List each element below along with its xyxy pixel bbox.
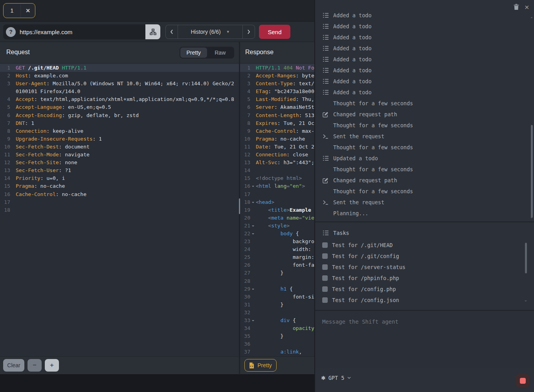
tab-pretty[interactable]: Pretty	[180, 48, 207, 58]
log-scrollbar[interactable]	[531, 125, 533, 218]
log-item-text: Added a todo	[333, 45, 372, 51]
proxy-settings-button[interactable]	[145, 24, 160, 39]
request-title: Request	[6, 49, 30, 56]
tasks-scrollbar[interactable]	[525, 243, 527, 273]
task-item[interactable]: Test for /phpinfo.php	[315, 273, 527, 284]
checklist-icon	[322, 156, 329, 161]
zoom-in-button[interactable]: +	[45, 359, 59, 372]
log-item-text: Added a todo	[333, 56, 372, 62]
log-item[interactable]: Changed request path	[315, 109, 529, 120]
log-item[interactable]: Added a todo	[315, 43, 529, 54]
terminal-icon	[322, 200, 329, 205]
fold-caret-icon[interactable]	[250, 285, 255, 293]
task-item[interactable]: Test for /config.json	[315, 295, 527, 306]
request-editor[interactable]: 1GET /.git/HEAD HTTP/1.12Host: example.c…	[0, 63, 239, 356]
log-item[interactable]: Changed request path	[315, 175, 529, 186]
fold-caret-icon[interactable]	[250, 198, 255, 206]
zoom-out-button[interactable]: −	[28, 359, 42, 372]
fold-caret-icon[interactable]	[250, 230, 255, 238]
checklist-icon	[322, 13, 329, 18]
log-item[interactable]: Added a todo	[315, 21, 529, 32]
log-item-text: Changed request path	[333, 177, 397, 183]
task-item[interactable]: Test for /server-status	[315, 262, 527, 273]
response-code-line: 21 <style>	[240, 222, 314, 230]
task-item[interactable]: Test for /.git/config	[315, 251, 527, 262]
log-item[interactable]: Added a todo	[315, 87, 529, 98]
log-item-text: Added a todo	[333, 23, 372, 29]
tab-1[interactable]: 1 ✕	[3, 3, 35, 18]
response-code-line: 20 <meta name="vie	[240, 214, 314, 222]
close-icon[interactable]: ✕	[21, 7, 35, 14]
response-code-line: 14	[240, 167, 314, 174]
close-panel-icon[interactable]: ✕	[524, 4, 529, 10]
clear-button[interactable]: Clear	[3, 359, 24, 372]
history-label: History (6/6)	[191, 29, 220, 35]
prettify-button[interactable]: Pretty	[244, 359, 277, 372]
scroll-up-icon[interactable]	[530, 16, 533, 18]
log-item[interactable]: Sent the request	[315, 197, 529, 208]
task-checkbox[interactable]	[322, 242, 328, 248]
history-prev-button[interactable]	[165, 25, 178, 39]
task-label: Test for /server-status	[332, 264, 406, 270]
response-code-line: 15<!doctype html>	[240, 174, 314, 182]
url-toolbar: ? History (6/6) ▼	[0, 22, 314, 42]
history-dropdown[interactable]: History (6/6) ▼	[178, 25, 243, 39]
task-item[interactable]: Test for /config.php	[315, 284, 527, 295]
send-button[interactable]: Send	[259, 25, 290, 39]
task-checkbox[interactable]	[322, 253, 328, 259]
response-code-line: 24 width:	[240, 245, 314, 253]
response-editor[interactable]: 1HTTP/1.1 404 Not Fo2Accept-Ranges: byte…	[240, 63, 314, 356]
response-scrollbar[interactable]	[239, 198, 240, 214]
request-code-line: 11Sec-Fetch-Mode: navigate	[0, 151, 239, 159]
help-icon[interactable]: ?	[6, 27, 16, 37]
fold-caret-icon[interactable]	[250, 317, 255, 324]
history-next-button[interactable]	[243, 25, 255, 39]
url-input[interactable]	[16, 24, 145, 39]
scroll-down-icon[interactable]	[530, 217, 533, 220]
tab-raw[interactable]: Raw	[207, 48, 234, 58]
task-item[interactable]: Test for /.git/HEAD	[315, 240, 527, 251]
model-selector[interactable]: ✻ GPT 5	[321, 375, 351, 381]
fold-caret-icon[interactable]	[250, 222, 255, 230]
response-code-line: 25 margin:	[240, 253, 314, 261]
log-item-text: Changed request path	[333, 111, 397, 117]
request-code-line: 1GET /.git/HEAD HTTP/1.1	[0, 64, 239, 72]
trash-icon[interactable]	[514, 4, 519, 11]
response-code-line: 18<head>	[240, 198, 314, 206]
log-item: Thought for a few seconds	[315, 120, 529, 131]
request-toolbar: Clear − +	[0, 356, 239, 374]
log-item[interactable]: Added a todo	[315, 11, 529, 21]
task-checkbox[interactable]	[322, 297, 328, 303]
task-checkbox[interactable]	[322, 275, 328, 281]
response-code-line: 29 h1 {	[240, 285, 314, 293]
agent-message-input[interactable]	[315, 311, 534, 368]
task-checkbox[interactable]	[322, 286, 328, 292]
request-code-line: 7DNT: 1	[0, 119, 239, 127]
request-code-line: 18	[0, 206, 239, 214]
fold-caret-icon[interactable]	[250, 182, 255, 190]
response-code-line: 37 a:link,	[240, 348, 314, 356]
response-code-line: 32	[240, 309, 314, 317]
tasks-scroll-down-icon[interactable]	[525, 300, 527, 303]
log-item[interactable]: Sent the request	[315, 131, 529, 142]
log-item-text: Planning...	[333, 210, 368, 216]
agent-panel-actions: ✕	[514, 4, 529, 11]
log-item[interactable]: Added a todo	[315, 32, 529, 43]
chevron-right-icon	[247, 29, 251, 35]
task-label: Test for /config.php	[332, 286, 396, 292]
response-code-line: 23 backgro	[240, 238, 314, 245]
stop-icon	[520, 378, 526, 384]
request-code-line: 16Cache-Control: no-cache	[0, 191, 239, 198]
task-checkbox[interactable]	[322, 264, 328, 270]
log-item[interactable]: Added a todo	[315, 76, 529, 87]
log-item[interactable]: Added a todo	[315, 65, 529, 76]
response-code-line: 36	[240, 340, 314, 348]
log-item[interactable]: Added a todo	[315, 54, 529, 65]
response-code-line: 2Accept-Ranges: byte	[240, 72, 314, 80]
log-item-text: Added a todo	[333, 34, 372, 40]
app-root: 1 ✕ ?	[0, 0, 534, 392]
response-code-line: 30 font-si	[240, 293, 314, 301]
response-code-line: 12Connection: close	[240, 151, 314, 159]
log-item[interactable]: Updated a todo	[315, 153, 529, 164]
stop-button[interactable]	[516, 374, 529, 387]
